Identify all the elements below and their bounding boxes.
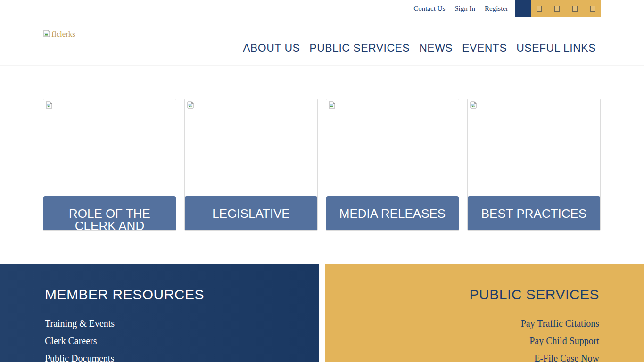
- social-links-bar: [531, 0, 601, 17]
- card-title: BEST PRACTICES: [468, 196, 600, 231]
- contact-us-link[interactable]: Contact Us: [413, 5, 445, 13]
- footer-panels: MEMBER RESOURCES Training & Events Clerk…: [0, 264, 644, 362]
- broken-image-icon: [43, 30, 50, 37]
- feature-cards: ROLE OF THE CLERK AND COMPTROLLER LEGISL…: [43, 99, 601, 231]
- link-pay-traffic-citations[interactable]: Pay Traffic Citations: [325, 315, 599, 332]
- broken-image-icon: [328, 101, 336, 109]
- card-legislative[interactable]: LEGISLATIVE: [184, 99, 318, 231]
- link-efile-case-now[interactable]: E-File Case Now: [325, 350, 599, 362]
- nav-item-about-us[interactable]: ABOUT US: [243, 42, 300, 55]
- link-training-events[interactable]: Training & Events: [45, 315, 319, 332]
- card-role-of-the-clerk[interactable]: ROLE OF THE CLERK AND COMPTROLLER: [43, 99, 176, 231]
- nav-item-events[interactable]: EVENTS: [462, 42, 507, 55]
- social-icon-placeholder-3[interactable]: [572, 6, 578, 12]
- card-media-releases[interactable]: MEDIA RELEASES: [326, 99, 459, 231]
- utility-links: Contact Us Sign In Register: [413, 5, 508, 13]
- broken-image-icon: [470, 101, 477, 109]
- member-resources-links: Training & Events Clerk Careers Public D…: [45, 315, 319, 362]
- utility-bar: Contact Us Sign In Register: [0, 0, 644, 17]
- link-public-documents[interactable]: Public Documents: [45, 350, 319, 362]
- card-best-practices[interactable]: BEST PRACTICES: [467, 99, 601, 231]
- main-nav: ABOUT US PUBLIC SERVICES NEWS EVENTS USE…: [243, 42, 596, 55]
- social-icon-placeholder-4[interactable]: [590, 6, 595, 12]
- social-icon-placeholder-2[interactable]: [554, 6, 560, 12]
- nav-item-useful-links[interactable]: USEFUL LINKS: [516, 42, 596, 55]
- card-title: ROLE OF THE CLERK AND COMPTROLLER: [43, 196, 176, 231]
- panel-divider: [319, 264, 325, 362]
- member-resources-title: MEMBER RESOURCES: [45, 287, 319, 303]
- public-services-panel: PUBLIC SERVICES Pay Traffic Citations Pa…: [325, 264, 644, 362]
- card-title: LEGISLATIVE: [185, 196, 317, 231]
- public-services-links: Pay Traffic Citations Pay Child Support …: [325, 315, 599, 362]
- site-header: flclerks ABOUT US PUBLIC SERVICES NEWS E…: [0, 17, 644, 66]
- register-link[interactable]: Register: [485, 5, 508, 13]
- search-button[interactable]: [515, 0, 531, 17]
- card-title: MEDIA RELEASES: [326, 196, 459, 231]
- sign-in-link[interactable]: Sign In: [454, 5, 475, 13]
- public-services-title: PUBLIC SERVICES: [325, 287, 599, 303]
- link-clerk-careers[interactable]: Clerk Careers: [45, 332, 319, 350]
- nav-item-news[interactable]: NEWS: [419, 42, 453, 55]
- broken-image-icon: [187, 101, 194, 109]
- member-resources-panel: MEMBER RESOURCES Training & Events Clerk…: [0, 264, 319, 362]
- social-icon-placeholder-1[interactable]: [537, 6, 542, 12]
- nav-item-public-services[interactable]: PUBLIC SERVICES: [309, 42, 410, 55]
- logo-alt-text: flclerks: [51, 30, 75, 39]
- broken-image-icon: [45, 101, 53, 109]
- link-pay-child-support[interactable]: Pay Child Support: [325, 332, 599, 350]
- site-logo[interactable]: flclerks: [43, 30, 75, 39]
